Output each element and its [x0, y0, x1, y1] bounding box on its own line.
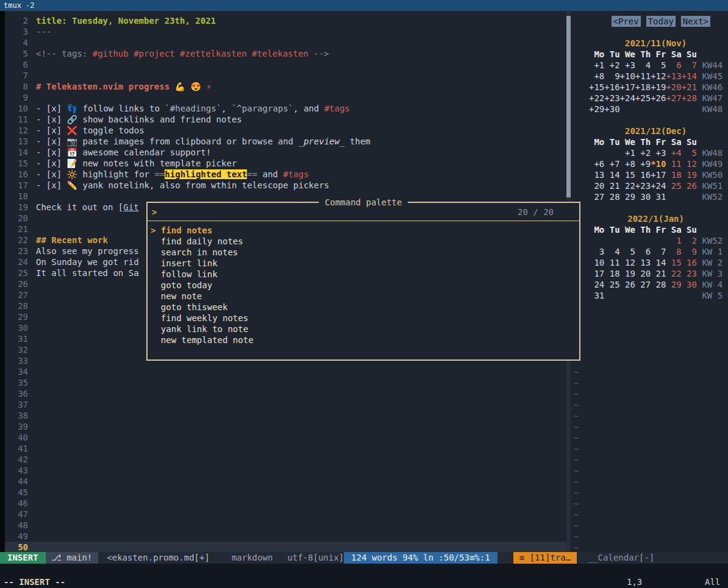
calendar-day[interactable]: +17	[620, 82, 635, 93]
calendar-day[interactable]: +23	[604, 93, 619, 104]
calendar-day[interactable]: 10	[589, 257, 604, 268]
calendar-day[interactable]: 18	[604, 268, 619, 279]
palette-item[interactable]: goto thisweek	[148, 302, 579, 313]
calendar-day[interactable]: 3	[589, 246, 604, 257]
calendar-day[interactable]: 11	[666, 158, 681, 169]
palette-item[interactable]: find daily notes	[148, 236, 579, 247]
editor-line[interactable]: 2title: Tuesday, November 23th, 2021	[5, 15, 566, 26]
editor-line[interactable]: 42	[5, 454, 566, 465]
command-line[interactable]: :lua require('telekasten').panel()	[0, 564, 728, 576]
calendar-day[interactable]: 17	[589, 268, 604, 279]
calendar-next-button[interactable]: Next>	[681, 16, 710, 27]
palette-item[interactable]: search in notes	[148, 247, 579, 258]
calendar-day[interactable]: +1	[589, 60, 604, 71]
editor-line[interactable]: 44	[5, 476, 566, 487]
calendar-day[interactable]: +3	[651, 147, 666, 158]
calendar-day[interactable]: +2	[604, 60, 619, 71]
editor-line[interactable]: 48	[5, 520, 566, 531]
calendar-day[interactable]: 7	[682, 60, 697, 71]
calendar-day[interactable]: +30	[604, 104, 619, 115]
editor-line[interactable]: 38	[5, 410, 566, 421]
editor-line[interactable]: 14- [x] 📅 awesome calendar support!	[5, 147, 566, 158]
calendar-day[interactable]: 30	[682, 279, 697, 290]
calendar-day[interactable]: 22	[620, 180, 635, 191]
calendar-day[interactable]: +24	[651, 180, 666, 191]
editor-line[interactable]: 9	[5, 92, 566, 103]
calendar-day[interactable]: 7	[651, 246, 666, 257]
editor-line[interactable]: 41	[5, 443, 566, 454]
editor-line[interactable]: 18	[5, 191, 566, 202]
editor-line[interactable]: 39	[5, 421, 566, 432]
calendar-day[interactable]: 14	[604, 169, 619, 180]
calendar-day[interactable]: 29	[666, 279, 681, 290]
calendar-day[interactable]: 21	[604, 180, 619, 191]
calendar-day[interactable]: 5	[651, 60, 666, 71]
calendar-day[interactable]: +29	[589, 104, 604, 115]
calendar-day[interactable]: +1	[620, 147, 635, 158]
editor-line[interactable]: 35	[5, 377, 566, 388]
editor-line[interactable]: 16- [x] 🔆 highlight for ==highlighted te…	[5, 169, 566, 180]
editor-line[interactable]: 10- [x] 👣 follow links to `#headings`, `…	[5, 103, 566, 114]
editor-line[interactable]: 46	[5, 498, 566, 509]
calendar-day[interactable]: +28	[682, 93, 697, 104]
calendar-day[interactable]: 22	[666, 268, 681, 279]
calendar-day[interactable]: *10	[651, 158, 666, 169]
calendar-day[interactable]: 29	[620, 191, 635, 202]
palette-item[interactable]: goto today	[148, 280, 579, 291]
calendar-day[interactable]: +19	[651, 82, 666, 93]
calendar-day[interactable]: +22	[589, 93, 604, 104]
editor-line[interactable]: 45	[5, 487, 566, 498]
calendar-day[interactable]: 15	[620, 169, 635, 180]
calendar-day[interactable]: +16	[604, 82, 619, 93]
editor-line[interactable]: 36	[5, 388, 566, 399]
calendar-day[interactable]: +25	[635, 93, 651, 104]
editor-line[interactable]: 4	[5, 37, 566, 48]
calendar-day[interactable]: +12	[651, 71, 666, 82]
calendar-day[interactable]: 19	[682, 169, 697, 180]
calendar-day[interactable]: 9	[682, 246, 697, 257]
calendar-day[interactable]: 28	[604, 191, 619, 202]
calendar-day[interactable]: +3	[620, 60, 635, 71]
calendar-day[interactable]: 6	[666, 60, 681, 71]
palette-prompt-input[interactable]: > 20 / 20	[148, 203, 579, 221]
calendar-day[interactable]: 31	[589, 290, 604, 301]
calendar-day[interactable]: +17	[651, 169, 666, 180]
calendar-day[interactable]: +8	[620, 158, 635, 169]
calendar-day[interactable]: 9	[604, 71, 619, 82]
calendar-day[interactable]: 15	[666, 257, 681, 268]
calendar-day[interactable]: 16	[682, 257, 697, 268]
calendar-day[interactable]: +11	[635, 71, 651, 82]
calendar-day[interactable]: 11	[604, 257, 619, 268]
editor-line[interactable]: 7	[5, 70, 566, 81]
calendar-day[interactable]: 8	[666, 246, 681, 257]
calendar-day[interactable]: 5	[620, 246, 635, 257]
editor-line[interactable]: 49	[5, 531, 566, 542]
editor-line[interactable]: 11- [x] 🔗 show backlinks and friend note…	[5, 114, 566, 125]
calendar-day[interactable]: +7	[604, 158, 619, 169]
calendar-day[interactable]: 30	[635, 191, 651, 202]
calendar-day[interactable]: +8	[589, 71, 604, 82]
calendar-day[interactable]: 12	[620, 257, 635, 268]
calendar-day[interactable]: 20	[589, 180, 604, 191]
calendar-day[interactable]: 4	[635, 60, 651, 71]
editor-line[interactable]: 6	[5, 59, 566, 70]
scrollbar-thumb[interactable]	[566, 16, 571, 197]
calendar-day[interactable]: 19	[620, 268, 635, 279]
calendar-day[interactable]: +4	[666, 147, 681, 158]
calendar-day[interactable]: 5	[682, 147, 697, 158]
calendar-day[interactable]: 21	[651, 268, 666, 279]
palette-item[interactable]: new note	[148, 291, 579, 302]
calendar-prev-button[interactable]: <Prev	[612, 16, 641, 27]
calendar-day[interactable]: +6	[589, 158, 604, 169]
calendar-day[interactable]: 24	[589, 279, 604, 290]
calendar-day[interactable]: 12	[682, 158, 697, 169]
editor-line[interactable]: 8# Telekasten.nvim progress 💪 😍 ⚡	[5, 81, 566, 92]
palette-item[interactable]: find weekly notes	[148, 313, 579, 324]
calendar-day[interactable]: 1	[666, 235, 681, 246]
calendar-day[interactable]: +14	[682, 71, 697, 82]
calendar-day[interactable]: 14	[651, 257, 666, 268]
calendar-day[interactable]: +9	[635, 158, 651, 169]
calendar-day[interactable]: 6	[635, 246, 651, 257]
calendar-day[interactable]: +26	[651, 93, 666, 104]
calendar-day[interactable]: +20	[666, 82, 681, 93]
